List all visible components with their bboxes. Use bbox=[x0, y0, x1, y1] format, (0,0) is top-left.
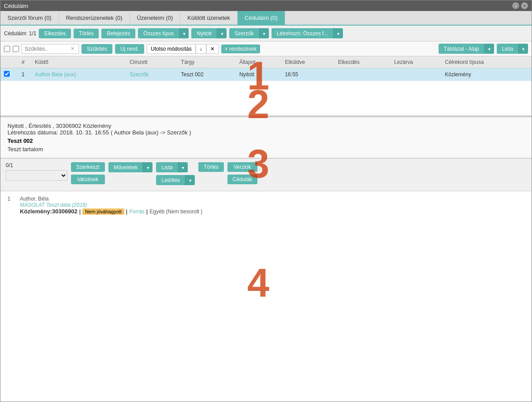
rendezesek-tag[interactable]: × rendezések bbox=[221, 45, 260, 53]
record-kozlemeny: Közlemény:30306902 bbox=[20, 208, 78, 215]
tab-bar: Szerzői fórum (0) Rendszerüzenetek (0) Ü… bbox=[0, 11, 532, 26]
muveletek-button[interactable]: Műveletek bbox=[108, 162, 143, 172]
action-col-4: Törlés bbox=[198, 162, 223, 177]
szerkeszt-button[interactable]: Szerkeszt bbox=[71, 162, 105, 172]
tab-uzeneteim[interactable]: Üzeneteim (0) bbox=[130, 11, 181, 25]
letrehozo-button[interactable]: Létrehozó: Összes f... bbox=[272, 28, 334, 38]
row-elkuldve: 16:55 bbox=[281, 68, 335, 81]
col-kuldo: Küldő bbox=[31, 56, 126, 68]
tablazat-alap-group: Táblázat - Alap bbox=[439, 44, 494, 54]
col-targy: Tárgy bbox=[178, 56, 236, 68]
osszes-tipus-group: Összes típus bbox=[138, 28, 189, 38]
action-spacer2 bbox=[198, 175, 223, 177]
detail-status: Nyitott , Értesítés , 30306902 Közlemény bbox=[7, 123, 525, 129]
clear-search-icon[interactable]: ✕ bbox=[71, 46, 74, 52]
record-row: 1 Author, Béla MÁSOLAT Teszt data (2018)… bbox=[7, 196, 525, 215]
tab-rendszer[interactable]: Rendszerüzenetek (0) bbox=[59, 11, 130, 25]
action-select[interactable] bbox=[6, 170, 67, 181]
detail-panel: Nyitott , Értesítés , 30306902 Közlemény… bbox=[0, 116, 532, 158]
tab-kuldott[interactable]: Küldött üzenetek bbox=[180, 11, 238, 25]
osszes-tipus-arrow[interactable] bbox=[179, 28, 189, 38]
col-elkuldve: Elküldve bbox=[281, 56, 335, 68]
window-controls: ◯ ✕ bbox=[512, 2, 528, 9]
lista-action-arrow[interactable] bbox=[178, 162, 188, 172]
osszes-tipus-button[interactable]: Összes típus bbox=[138, 28, 179, 38]
detail-created: Létrehozás dátuma: 2018. 10. 31. 16:55 (… bbox=[7, 129, 525, 136]
sort-clear-button[interactable]: ✕ bbox=[206, 44, 219, 54]
elkezdes-button[interactable]: Elkezdes bbox=[39, 29, 71, 38]
row-elkezdes bbox=[335, 68, 391, 81]
table-empty-area bbox=[0, 81, 532, 116]
nyitott-button[interactable]: Nyitott bbox=[191, 28, 217, 38]
col-lezarva: Lezárva bbox=[391, 56, 441, 68]
muveletek-arrow[interactable] bbox=[143, 162, 153, 172]
action-col-5: Verziók Cédulák bbox=[227, 162, 257, 184]
letoltes-arrow[interactable] bbox=[185, 175, 195, 185]
tablazat-alap-arrow[interactable] bbox=[484, 44, 494, 54]
select-all-checkbox[interactable] bbox=[4, 46, 10, 52]
utolso-modositas-button[interactable]: Utolso módosítás bbox=[147, 44, 196, 54]
lista-filter-button[interactable]: Lista bbox=[497, 44, 518, 54]
action-count: 0/1 bbox=[6, 162, 67, 168]
sort-asc-button[interactable]: ↓ bbox=[196, 44, 206, 54]
cedulak-button[interactable]: Cédulák bbox=[227, 175, 257, 184]
separator3: | bbox=[146, 208, 148, 215]
record-forras[interactable]: Forrás bbox=[129, 208, 145, 215]
row-cimzett: Szerzők bbox=[126, 68, 178, 81]
nyitott-arrow[interactable] bbox=[217, 28, 227, 38]
torles-action-button[interactable]: Törlés bbox=[198, 162, 223, 172]
row-lezarva bbox=[391, 68, 441, 81]
torles-button[interactable]: Törlés bbox=[74, 29, 99, 38]
detail-body: Teszt tartalom bbox=[7, 146, 525, 153]
uj-rend-button[interactable]: Új rend. bbox=[115, 44, 144, 54]
record-badge: Nem jóváhagyott bbox=[82, 208, 124, 215]
letoltes-button[interactable]: Letöltés bbox=[156, 175, 185, 185]
action-col-1: Szerkeszt Idézések bbox=[71, 162, 105, 184]
close-button[interactable]: ✕ bbox=[521, 2, 528, 9]
col-elkezdes: Elkezdés bbox=[335, 56, 391, 68]
action-left: 0/1 bbox=[6, 162, 67, 181]
action-bar: 0/1 Szerkeszt Idézések Műveletek Lista L… bbox=[0, 158, 532, 191]
lista-filter-group: Lista bbox=[497, 44, 528, 54]
search-input[interactable] bbox=[25, 46, 69, 52]
letrehozo-arrow[interactable] bbox=[333, 28, 343, 38]
record-area: 1 Author, Béla MÁSOLAT Teszt data (2018)… bbox=[0, 191, 532, 402]
toolbar-count: 1/1 bbox=[29, 30, 37, 37]
select-checkbox[interactable] bbox=[13, 46, 19, 52]
lista-filter-arrow[interactable] bbox=[518, 44, 528, 54]
col-checkbox bbox=[0, 56, 18, 68]
table-container: # Küldő Cimzett Tárgy Állapot Elküldve E… bbox=[0, 56, 532, 81]
muveletek-group: Műveletek bbox=[108, 162, 153, 172]
window-title: Céduláim bbox=[4, 3, 28, 9]
tab-szerzoi[interactable]: Szerzői fórum (0) bbox=[0, 11, 59, 25]
lista-action-group: Lista bbox=[156, 162, 195, 172]
filter-bar: ✕ Szűkítés Új rend. Utolso módosítás ↓ ✕… bbox=[0, 41, 532, 56]
befejezes-button[interactable]: Befejezés bbox=[101, 29, 135, 38]
title-bar: Céduláim ◯ ✕ bbox=[0, 0, 532, 11]
utolso-modositas-group: Utolso módosítás ↓ ✕ bbox=[147, 44, 219, 54]
record-details: Author, Béla MÁSOLAT Teszt data (2018) K… bbox=[20, 196, 202, 215]
lista-action-button[interactable]: Lista bbox=[156, 162, 178, 172]
record-title: MÁSOLAT Teszt data (2018) bbox=[20, 202, 202, 208]
letoltes-group: Letöltés bbox=[156, 175, 195, 185]
detail-title: Teszt 002 bbox=[7, 138, 525, 144]
minimize-button[interactable]: ◯ bbox=[512, 2, 519, 9]
szerzok-arrow[interactable] bbox=[259, 28, 269, 38]
verziok-button[interactable]: Verziók bbox=[227, 162, 257, 172]
nyitott-group: Nyitott bbox=[191, 28, 227, 38]
record-egyeb: Egyéb (Nem besorolt ) bbox=[149, 208, 202, 215]
tab-cedulaim[interactable]: Céduláim (0) bbox=[238, 11, 285, 25]
idezesek-button[interactable]: Idézések bbox=[71, 175, 105, 184]
separator1: | bbox=[79, 208, 81, 215]
row-allapot: Nyitott bbox=[236, 68, 282, 81]
table-row[interactable]: 1 Author Bela (aux) Szerzők Teszt 002 Ny… bbox=[0, 68, 532, 81]
toolbar: Céduláim 1/1 Elkezdes Törlés Befejezés Ö… bbox=[0, 26, 532, 41]
tablazat-alap-button[interactable]: Táblázat - Alap bbox=[439, 44, 484, 54]
szerzok-button[interactable]: Szerzők bbox=[229, 28, 259, 38]
action-spacer bbox=[108, 175, 153, 187]
record-meta: Közlemény:30306902 | Nem jóváhagyott | F… bbox=[20, 208, 202, 215]
messages-table: # Küldő Cimzett Tárgy Állapot Elküldve E… bbox=[0, 56, 532, 81]
row-checkbox[interactable] bbox=[0, 68, 18, 81]
szukites-button[interactable]: Szűkítés bbox=[82, 44, 112, 54]
row-targy: Teszt 002 bbox=[178, 68, 236, 81]
